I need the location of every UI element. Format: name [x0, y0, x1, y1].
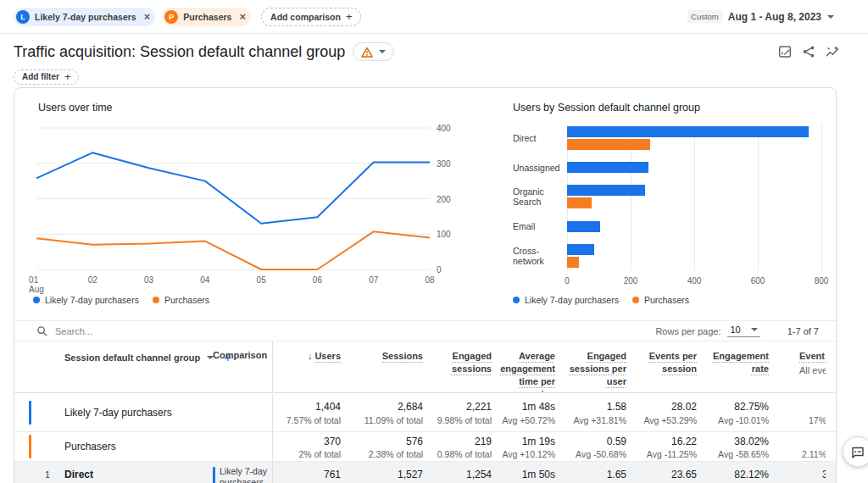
report-card: Users over time 400300200100001 Aug02030… [14, 87, 837, 483]
legend-item: Likely 7-day purchasers [513, 295, 619, 305]
metric-value: 576 [341, 436, 423, 447]
dimension-header-label: Session default channel group [64, 353, 200, 363]
metric-subvalue: Avg +50.72% [492, 415, 555, 426]
feedback-button[interactable] [843, 436, 868, 467]
legend-label: Likely 7-day purchasers [525, 295, 619, 305]
metric-cell: 28.02Avg +53.29% [626, 394, 697, 426]
metric-value: 1.65 [555, 469, 626, 480]
comparison-chip-purchasers[interactable]: P Purchasers × [162, 8, 251, 26]
bar-group: Unassigned [513, 153, 821, 183]
metric-cell: 2,2219.98% of total [423, 394, 492, 426]
comparison-color-bar [213, 467, 215, 483]
metric-cell: 1.58Avg +31.81% [555, 394, 626, 426]
metric-value: 82.75% [697, 401, 769, 413]
metric-value: 0.59 [555, 436, 626, 447]
metric-header-label: Average engagement time per session [500, 351, 555, 392]
y-axis-tick: 300 [437, 159, 465, 169]
metric-value: 3 [769, 469, 826, 480]
metric-cell: 3 [769, 462, 826, 480]
metric-column-header[interactable]: Events per session [626, 341, 697, 392]
data-quality-indicator[interactable] [353, 42, 394, 61]
pagination-range: 1-7 of 7 [787, 326, 819, 336]
y-axis-tick: 200 [437, 195, 465, 204]
x-axis-tick: 04 [200, 275, 209, 285]
page-title: Traffic acquisition: Session default cha… [14, 43, 345, 61]
metric-column-header[interactable]: Sessions [341, 341, 423, 392]
table-body: Likely 7-day purchasers1,4047.57% of tot… [14, 394, 836, 483]
comparison-color-bar [29, 435, 31, 458]
summary-row: Likely 7-day purchasers1,4047.57% of tot… [14, 394, 836, 432]
metric-cell: 17% [769, 394, 826, 426]
metric-value: 2,684 [341, 401, 423, 413]
rows-per-page-select[interactable]: 10 [727, 325, 760, 337]
metric-value: 1,527 [341, 469, 423, 480]
plus-icon: + [64, 70, 71, 83]
bar [567, 197, 592, 208]
metric-column-header[interactable]: Engaged sessions [423, 341, 492, 392]
metric-value: 38.02% [697, 436, 769, 447]
metric-column-header[interactable]: ↓Users [273, 341, 341, 392]
metric-cell: 1,254 [423, 462, 492, 480]
metric-subvalue: Avg +10.12% [492, 449, 555, 460]
bar-category-label: Email [513, 221, 567, 231]
share-icon[interactable] [801, 44, 816, 59]
comparison-chip-likely-7-day-purchasers[interactable]: L Likely 7-day purchasers × [14, 8, 155, 26]
date-range-type-badge: Custom [687, 10, 722, 23]
insights-icon[interactable] [825, 44, 840, 59]
metric-cell: 1.65 [555, 462, 626, 480]
metric-cell: 82.75%Avg -10.01% [697, 394, 769, 426]
x-axis-tick: 02 [88, 275, 97, 285]
x-axis-tick: 05 [257, 275, 266, 285]
search-placeholder: Search... [55, 326, 92, 336]
metric-subvalue: 0.98% of total [423, 449, 492, 460]
metric-value: 2,221 [423, 401, 492, 413]
metric-subvalue: 9.98% of total [423, 415, 492, 426]
metric-subvalue: Avg -50.68% [555, 449, 626, 460]
bar-category-label: Organic Search [513, 186, 567, 207]
report-header: Traffic acquisition: Session default cha… [0, 41, 868, 63]
bar [567, 162, 648, 173]
x-axis-tick: 0 [565, 276, 570, 286]
line-chart-title: Users over time [38, 102, 113, 114]
metric-column-header[interactable]: Engaged sessions per user [555, 341, 626, 392]
date-range-picker[interactable]: Custom Aug 1 - Aug 8, 2023 [687, 10, 834, 23]
metric-subvalue: Avg -58.65% [697, 449, 769, 460]
metric-value: 82.12% [697, 469, 769, 480]
table-header: Session default channel group + Comparis… [14, 341, 836, 393]
metric-value: 1,404 [273, 401, 341, 413]
table-row[interactable]: 1DirectLikely 7-day purchasers7611,5271,… [14, 462, 836, 483]
metric-cell: 5762.38% of total [341, 432, 423, 460]
legend-label: Likely 7-day purchasers [45, 295, 139, 305]
dimension-column-header[interactable]: Session default channel group + [64, 350, 231, 364]
metric-column-header[interactable]: Engagement rate [697, 341, 769, 392]
metric-header-label: Users [314, 351, 341, 361]
metric-header-sublabel: All events [799, 364, 826, 377]
metric-subvalue: Avg +53.29% [626, 415, 697, 426]
search-input[interactable]: Search... [36, 325, 655, 336]
close-icon[interactable]: × [239, 11, 246, 22]
metric-header-label: Event count [799, 351, 826, 361]
add-filter-label: Add filter [22, 72, 59, 81]
close-icon[interactable]: × [144, 11, 151, 22]
chevron-down-icon [379, 50, 386, 53]
legend-item: Purchasers [153, 295, 209, 305]
metric-column-header[interactable]: Event countAll events [769, 341, 826, 392]
bar [567, 221, 600, 232]
add-comparison-button[interactable]: Add comparison + [261, 8, 361, 26]
metric-subvalue: 2.11% [769, 449, 826, 460]
metric-value: 1m 48s [492, 401, 555, 413]
rows-per-page-value: 10 [730, 325, 740, 335]
customize-report-icon[interactable] [777, 44, 793, 59]
legend-label: Purchasers [164, 295, 209, 305]
rows-per-page-label: Rows per page: [655, 326, 721, 336]
chevron-down-icon [827, 15, 834, 19]
chevron-down-icon [751, 328, 758, 331]
metric-value: 1,254 [423, 469, 492, 480]
comparison-avatar: P [164, 10, 178, 24]
metric-column-header[interactable]: Average engagement time per session [492, 341, 555, 392]
add-filter-button[interactable]: Add filter + [14, 69, 79, 85]
metric-value: 761 [273, 469, 341, 480]
y-axis-tick: 400 [437, 124, 465, 133]
x-axis-tick: 03 [144, 275, 153, 285]
bar-group: Organic Search [513, 182, 821, 212]
